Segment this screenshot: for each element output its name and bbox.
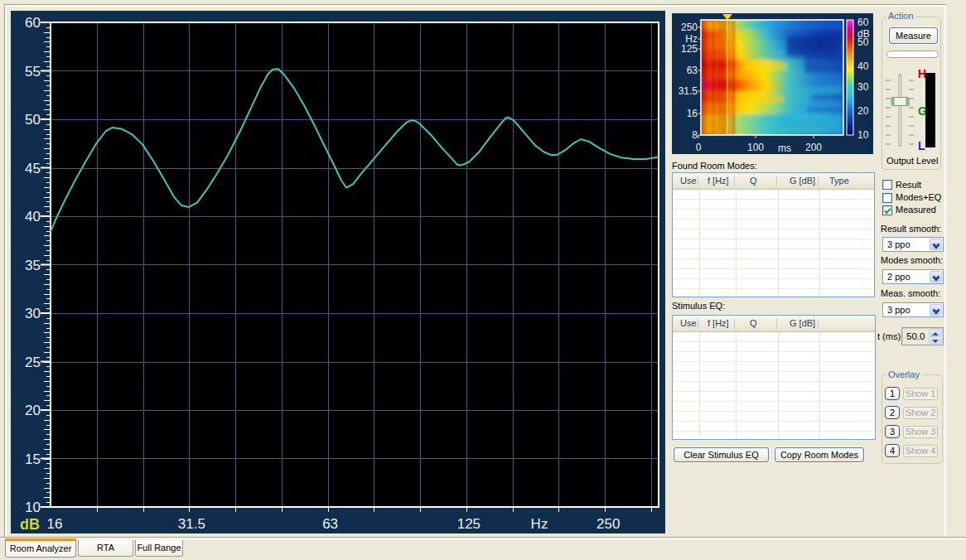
svg-text:50: 50 [857, 36, 869, 48]
svg-text:15: 15 [25, 451, 41, 467]
svg-text:35: 35 [25, 258, 41, 273]
svg-text:ms: ms [778, 142, 791, 154]
svg-text:250: 250 [681, 22, 698, 33]
svg-text:31.5: 31.5 [178, 516, 205, 532]
svg-text:100: 100 [747, 142, 764, 153]
svg-text:dB: dB [20, 516, 40, 533]
svg-text:0: 0 [696, 142, 702, 153]
svg-text:16: 16 [47, 516, 63, 532]
svg-text:200: 200 [805, 142, 822, 153]
svg-text:60: 60 [857, 17, 869, 28]
svg-text:10: 10 [25, 500, 41, 515]
svg-text:50: 50 [25, 112, 41, 128]
svg-text:25: 25 [25, 355, 41, 370]
svg-text:45: 45 [25, 161, 41, 176]
svg-text:125: 125 [457, 516, 481, 532]
svg-text:30: 30 [25, 306, 41, 321]
svg-text:10: 10 [857, 129, 869, 141]
svg-text:40: 40 [25, 209, 41, 224]
svg-text:16: 16 [687, 108, 698, 119]
svg-text:60: 60 [25, 15, 41, 31]
svg-text:30: 30 [857, 81, 869, 93]
svg-text:H: H [918, 67, 926, 80]
svg-text:8: 8 [692, 129, 698, 141]
svg-text:63: 63 [687, 65, 698, 76]
svg-text:20: 20 [25, 403, 41, 418]
svg-text:250: 250 [597, 516, 620, 532]
svg-text:40: 40 [857, 60, 869, 72]
svg-text:L: L [918, 139, 925, 152]
svg-text:125: 125 [681, 43, 698, 55]
svg-text:31.5: 31.5 [679, 85, 698, 97]
svg-text:Hz: Hz [531, 516, 548, 532]
svg-text:63: 63 [322, 516, 338, 532]
svg-text:20: 20 [857, 105, 869, 117]
svg-text:55: 55 [25, 64, 41, 80]
